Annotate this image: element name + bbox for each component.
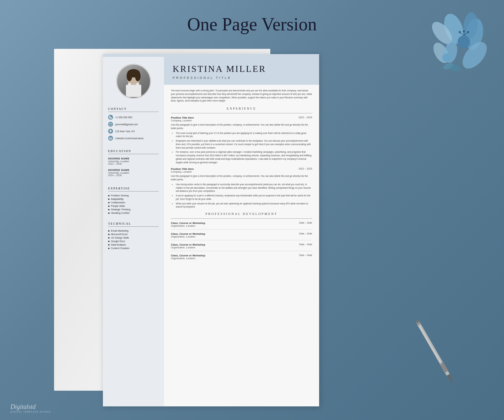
experience-section-title: EXPERIENCE <box>171 107 312 110</box>
education-item-2: DEGREE NAME University, Location 2014 – … <box>108 168 159 177</box>
prodev-org: Organization, Location <box>171 246 205 249</box>
professional-title: PROFESSIONAL TITLE <box>173 76 310 80</box>
skill-name: Data Analysis <box>111 243 126 246</box>
prodev-org: Organization, Location <box>171 235 205 238</box>
contact-label: CONTACT <box>108 107 159 112</box>
svg-rect-27 <box>109 137 110 140</box>
prodev-item: Class, Course or Workshop Organization, … <box>171 254 312 262</box>
bullet-item: Employers are interested in your abiliti… <box>176 139 312 149</box>
university-2: University, Location <box>108 172 159 174</box>
prodev-class: Class, Course or Workshop <box>171 222 205 225</box>
location-icon <box>108 129 113 134</box>
exp-desc: Use this paragraph to give a short descr… <box>171 123 312 130</box>
linkedin-text: Linkedin.com/in/username <box>115 137 144 140</box>
technical-skill-item: Data Analysis <box>108 243 159 246</box>
expertise-skill-item: Problem Solving <box>108 194 159 197</box>
skill-dot <box>108 234 110 235</box>
svg-point-22 <box>135 71 141 81</box>
prodev-list: Class, Course or Workshop Organization, … <box>171 222 312 262</box>
skill-name: Collaboration <box>111 201 125 204</box>
technical-skill-item: Email Marketing <box>108 230 159 232</box>
linkedin-item: Linkedin.com/in/username <box>108 136 159 141</box>
prodev-divider <box>171 218 312 219</box>
svg-point-7 <box>463 30 465 32</box>
page-title: One Page Version <box>187 14 317 35</box>
technical-skill-item: Microsoft Excel <box>108 233 159 235</box>
technical-label: TECHNICAL <box>108 222 159 227</box>
prodev-date: Date – Date <box>299 222 312 224</box>
prodev-class: Class, Course or Workshop <box>171 254 205 257</box>
photo-area <box>103 57 164 104</box>
technical-skill-item: UX Design Skills <box>108 237 159 239</box>
skill-name: Email Marketing <box>111 230 128 232</box>
bullet-item: If you're applying for a job in a differ… <box>176 194 312 201</box>
skill-name: Adaptability <box>111 198 123 200</box>
education-item-1: DEGREE NAME University, Location 2013 – … <box>108 157 159 165</box>
expertise-list: Problem SolvingAdaptabilityCollaboration… <box>108 194 159 214</box>
brand-name: Digitalstd <box>10 403 51 411</box>
prodev-section-title: PROFESSIONAL DEVELOPMENT <box>171 212 312 216</box>
education-section: EDUCATION DEGREE NAME University, Locati… <box>103 146 164 183</box>
svg-point-5 <box>458 36 470 48</box>
prodev-date: Date – Date <box>299 232 312 235</box>
phone-icon <box>108 115 113 120</box>
prodev-left: Class, Course or Workshop Organization, … <box>171 243 205 249</box>
skill-name: UX Design Skills <box>111 237 129 239</box>
expertise-skill-item: Strategic Thinking <box>108 208 159 211</box>
svg-point-28 <box>109 137 110 137</box>
exp-header: Position Title Here 2022 – 2023 <box>171 116 312 119</box>
email-icon <box>108 122 113 127</box>
phone-item: +1 555 555 555 <box>108 115 159 120</box>
watermark: Digitalstd DIGITAL TEMPLATE STUDIO <box>10 403 51 413</box>
prodev-date: Date – Date <box>299 243 312 246</box>
experience-list: Position Title Here 2022 – 2023 Company,… <box>171 116 312 209</box>
skill-name: Strategic Thinking <box>111 208 130 211</box>
technical-skill-item: Content Creation <box>108 247 159 249</box>
prodev-item: Class, Course or Workshop Organization, … <box>171 232 312 240</box>
expertise-skill-item: Adaptability <box>108 198 159 200</box>
prodev-class: Class, Course or Workshop <box>171 243 205 246</box>
address-item: 123 New York, NY <box>108 129 159 134</box>
exp-header: Position Title Here 2022 – 2023 <box>171 167 312 171</box>
degree-2: DEGREE NAME <box>108 168 159 172</box>
resume-right-column: KRISTINA MILLER PROFESSIONAL TITLE The b… <box>164 57 319 406</box>
prodev-left: Class, Course or Workshop Organization, … <box>171 254 205 260</box>
bullet-item: Use strong action verbs in this paragrap… <box>176 183 312 193</box>
skill-name: Microsoft Excel <box>111 233 127 235</box>
university-1: University, Location <box>108 160 159 163</box>
skill-name: Google Docs <box>111 240 125 242</box>
skill-dot <box>108 205 110 207</box>
bullet-item: For instance, over a four-year period as… <box>176 150 312 164</box>
prodev-left: Class, Course or Workshop Organization, … <box>171 232 205 238</box>
edu-years-2: 2014 – 2018 <box>108 174 159 177</box>
resume-body: CONTACT +1 555 555 555 yourmail@gmail.co… <box>103 57 319 406</box>
exp-title: Position Title Here <box>171 116 194 119</box>
floral-decoration <box>424 7 494 77</box>
prodev-class: Class, Course or Workshop <box>171 232 205 235</box>
skill-dot <box>108 198 110 200</box>
skill-name: People Skills <box>111 205 125 207</box>
linkedin-icon <box>108 136 113 141</box>
svg-marker-31 <box>447 374 455 385</box>
experience-divider <box>171 113 312 113</box>
prodev-left: Class, Course or Workshop Organization, … <box>171 222 205 227</box>
bullet-item: The most crucial part of tailoring your … <box>176 132 312 138</box>
prodev-org: Organization, Location <box>171 257 205 260</box>
summary-text: The best resumes begin with a strong pit… <box>171 89 312 103</box>
resume-document: CONTACT +1 555 555 555 yourmail@gmail.co… <box>103 54 319 406</box>
address-text: 123 New York, NY <box>115 130 135 133</box>
exp-date: 2022 – 2023 <box>299 167 312 170</box>
exp-date: 2022 – 2023 <box>299 116 312 119</box>
edu-years-1: 2013 – 2016 <box>108 163 159 165</box>
expertise-section: EXPERTISE Problem SolvingAdaptabilityCol… <box>103 183 164 219</box>
exp-desc: Use this paragraph to give a short descr… <box>171 174 312 181</box>
degree-1: DEGREE NAME <box>108 157 159 160</box>
svg-point-11 <box>467 31 469 33</box>
brand-sub: DIGITAL TEMPLATE STUDIO <box>10 411 51 413</box>
svg-point-9 <box>459 31 461 33</box>
svg-rect-25 <box>136 83 139 87</box>
prodev-org: Organization, Location <box>171 225 205 227</box>
exp-company: Company, Location <box>171 119 312 122</box>
expertise-skill-item: Collaboration <box>108 201 159 204</box>
prodev-date: Date – Date <box>299 254 312 256</box>
